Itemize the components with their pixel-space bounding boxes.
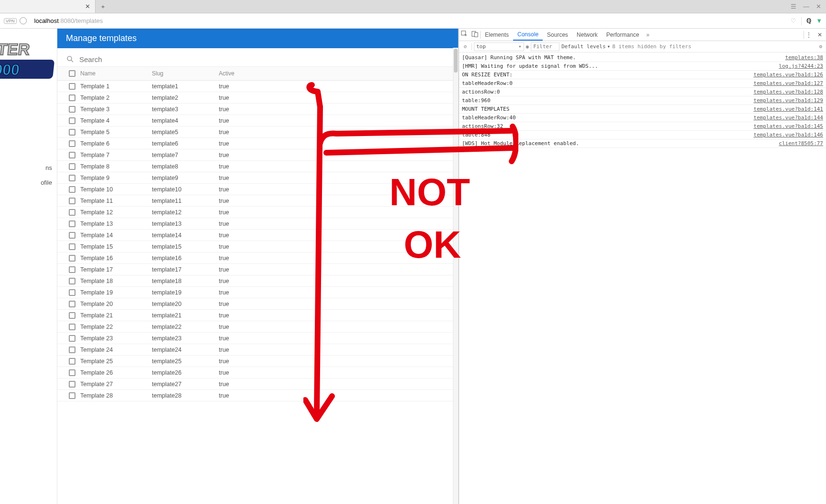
row-checkbox[interactable] (69, 129, 75, 136)
table-row[interactable]: Template 25template25true (57, 356, 458, 367)
row-checkbox[interactable] (69, 346, 75, 353)
url-display[interactable]: localhost:8080/templates (34, 17, 103, 24)
table-row[interactable]: Template 19template19true (57, 287, 458, 298)
console-log-row[interactable]: MOUNT TEMPLATEStemplates.vue?ba1d:141 (459, 105, 826, 114)
row-checkbox[interactable] (69, 324, 75, 330)
table-row[interactable]: Template 8template8true (57, 161, 458, 172)
row-checkbox[interactable] (69, 266, 75, 273)
table-row[interactable]: Template 16template16true (57, 252, 458, 264)
log-source-link[interactable]: templates.vue?ba1d:145 (748, 123, 823, 130)
col-name[interactable]: Name (80, 70, 152, 77)
sidebar-item-1[interactable]: ofile (0, 175, 57, 190)
console-log-row[interactable]: [Quasar] Running SPA with MAT theme.temp… (459, 53, 826, 62)
row-checkbox[interactable] (69, 335, 75, 342)
table-row[interactable]: Template 18template18true (57, 275, 458, 287)
table-row[interactable]: Template 22template22true (57, 321, 458, 333)
log-source-link[interactable]: templates.vue?ba1d:141 (748, 105, 823, 113)
console-log-row[interactable]: actionsRow:32templates.vue?ba1d:145 (459, 122, 826, 131)
console-settings-icon[interactable]: ⚙ (817, 43, 824, 50)
table-row[interactable]: Template 1template1true (57, 81, 458, 92)
row-checkbox[interactable] (69, 220, 75, 227)
row-checkbox[interactable] (69, 278, 75, 284)
table-row[interactable]: Template 11template11true (57, 195, 458, 207)
console-log-row[interactable]: table:960templates.vue?ba1d:129 (459, 96, 826, 105)
row-checkbox[interactable] (69, 186, 75, 193)
sidebar-item-0[interactable]: ns (0, 160, 57, 175)
row-checkbox[interactable] (69, 209, 75, 216)
console-log-row[interactable]: actionsRow:0templates.vue?ba1d:128 (459, 88, 826, 96)
close-window-icon[interactable]: ✕ (816, 3, 821, 10)
quasar-ext-icon[interactable]: ℚ (806, 17, 811, 24)
row-checkbox[interactable] (69, 243, 75, 250)
log-source-link[interactable]: client?8505:77 (773, 140, 823, 147)
minimize-window-icon[interactable]: — (803, 3, 809, 10)
context-selector[interactable]: top ▾ (474, 42, 524, 51)
row-checkbox[interactable] (69, 369, 75, 376)
row-checkbox[interactable] (69, 392, 75, 399)
console-filter-input[interactable] (531, 42, 559, 51)
devtools-tab-performance[interactable]: Performance (602, 29, 644, 41)
col-slug[interactable]: Slug (152, 70, 219, 77)
row-checkbox[interactable] (69, 94, 75, 101)
console-log-row[interactable]: tableHeaderRow:40templates.vue?ba1d:144 (459, 114, 826, 122)
row-checkbox[interactable] (69, 198, 75, 204)
device-toolbar-icon[interactable] (470, 31, 480, 39)
devtools-tab-console[interactable]: Console (513, 29, 543, 41)
table-row[interactable]: Template 27template27true (57, 378, 458, 390)
log-source-link[interactable]: templates.vue?ba1d:126 (748, 71, 823, 78)
row-checkbox[interactable] (69, 83, 75, 90)
table-row[interactable]: Template 26template26true (57, 367, 458, 378)
table-row[interactable]: Template 17template17true (57, 264, 458, 275)
vue-devtools-icon[interactable]: ▼ (816, 17, 822, 24)
app-scrollbar[interactable] (453, 48, 458, 504)
close-tab-icon[interactable]: ✕ (85, 3, 90, 10)
console-output[interactable]: [Quasar] Running SPA with MAT theme.temp… (459, 52, 826, 504)
clear-console-icon[interactable]: ⊘ (461, 43, 470, 50)
log-source-link[interactable]: templates.vue?ba1d:146 (748, 131, 823, 138)
element-picker-icon[interactable] (459, 31, 470, 39)
table-row[interactable]: Template 6template6true (57, 138, 458, 149)
devtools-menu-icon[interactable]: ⋮ (804, 32, 814, 38)
row-checkbox[interactable] (69, 117, 75, 124)
table-row[interactable]: Template 5template5true (57, 126, 458, 138)
table-row[interactable]: Template 23template23true (57, 333, 458, 344)
log-source-link[interactable]: log.js?4244:23 (773, 63, 823, 70)
browser-tab[interactable]: ✕ (0, 0, 96, 13)
console-log-row[interactable]: tableHeaderRow:0templates.vue?ba1d:127 (459, 79, 826, 88)
log-source-link[interactable]: templates.vue?ba1d:144 (748, 114, 823, 121)
table-row[interactable]: Template 3template3true (57, 104, 458, 115)
row-checkbox[interactable] (69, 232, 75, 239)
row-checkbox[interactable] (69, 106, 75, 113)
row-checkbox[interactable] (69, 289, 75, 296)
vpn-badge[interactable]: VPN (4, 18, 17, 24)
table-row[interactable]: Template 20template20true (57, 298, 458, 310)
table-row[interactable]: Template 9template9true (57, 172, 458, 184)
row-checkbox[interactable] (69, 140, 75, 147)
table-row[interactable]: Template 13template13true (57, 218, 458, 230)
log-source-link[interactable]: templates.vue?ba1d:127 (748, 80, 823, 87)
eye-icon[interactable]: ◉ (526, 43, 529, 50)
row-checkbox[interactable] (69, 301, 75, 307)
row-checkbox[interactable] (69, 358, 75, 365)
row-checkbox[interactable] (69, 381, 75, 388)
table-row[interactable]: Template 12template12true (57, 207, 458, 218)
log-source-link[interactable]: templates.vue?ba1d:129 (748, 97, 823, 104)
table-row[interactable]: Template 24template24true (57, 344, 458, 356)
devtools-tab-elements[interactable]: Elements (481, 29, 513, 41)
row-checkbox[interactable] (69, 163, 75, 170)
console-log-row[interactable]: [WDS] Hot Module Replacement enabled.cli… (459, 139, 826, 148)
table-row[interactable]: Template 28template28true (57, 390, 458, 401)
col-active[interactable]: Active (219, 70, 257, 77)
table-row[interactable]: Template 2template2true (57, 92, 458, 104)
table-row[interactable]: Template 21template21true (57, 310, 458, 321)
console-log-row[interactable]: table:848templates.vue?ba1d:146 (459, 131, 826, 139)
settings-lines-icon[interactable]: ☰ (791, 3, 796, 10)
row-checkbox[interactable] (69, 312, 75, 319)
row-checkbox[interactable] (69, 175, 75, 181)
table-row[interactable]: Template 7template7true (57, 149, 458, 161)
devtools-tab-network[interactable]: Network (572, 29, 602, 41)
table-row[interactable]: Template 15template15true (57, 241, 458, 252)
hidden-items-label[interactable]: 8 items hidden by filters (612, 43, 691, 50)
select-all-checkbox[interactable] (69, 70, 75, 77)
table-row[interactable]: Template 4template4true (57, 115, 458, 126)
